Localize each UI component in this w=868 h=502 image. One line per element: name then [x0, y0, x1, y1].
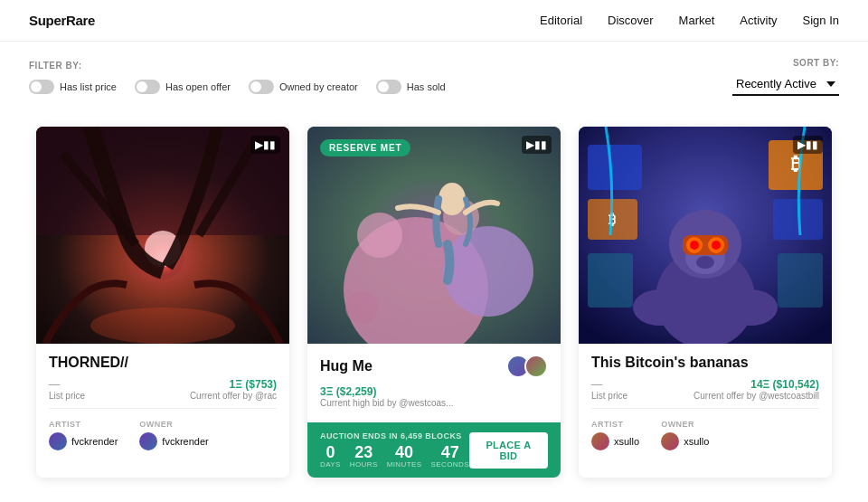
toggle-list-price-label: Has list price — [60, 81, 117, 92]
video-icon-bitcoin: ▶▮▮ — [793, 136, 823, 154]
card-thorned-dash: — — [49, 378, 85, 391]
card-thorned-info: THORNED// — List price 1Ξ ($753) Current… — [36, 344, 289, 465]
card-bitcoin-owner-label: OWNER — [661, 420, 709, 429]
card-bitcoin-owner-block: OWNER xsullo — [661, 420, 709, 450]
toggle-owned-creator-label: Owned by creator — [279, 81, 358, 92]
avatar-fvckrender-owner — [139, 432, 157, 450]
toggle-list-price[interactable] — [29, 80, 54, 94]
card-thorned-owner-block: OWNER fvckrender — [139, 420, 208, 450]
svg-point-4 — [90, 308, 235, 344]
reserve-badge-hugme: RESERVE MET — [320, 139, 410, 156]
toggle-owned-creator-item: Owned by creator — [249, 80, 358, 94]
sort-select[interactable]: Recently Active Most Liked Highest Price… — [732, 73, 839, 96]
card-bitcoin-owner-user[interactable]: xsullo — [661, 432, 709, 450]
svg-point-11 — [439, 183, 466, 215]
card-hugme-price-block: 3Ξ ($2,259) Current high bid by @westcoa… — [320, 385, 453, 408]
timer-hours-label: HOURS — [350, 460, 378, 469]
svg-point-10 — [345, 291, 378, 324]
video-icon-hugme: ▶▮▮ — [522, 136, 552, 154]
card-bitcoin-artist-label: ARTIST — [591, 420, 639, 429]
svg-point-7 — [443, 226, 533, 317]
card-bitcoin-info: This Bitcoin's bananas — List price 14Ξ … — [579, 344, 832, 465]
card-hugme-sub: Current high bid by @westcoas... — [320, 398, 453, 408]
card-bitcoin-offer-sub: Current offer by @westcoastbill — [693, 391, 819, 401]
toggle-open-offer[interactable] — [135, 80, 160, 94]
card-bitcoin-dash: — — [591, 378, 627, 391]
nav-activity[interactable]: Activity — [740, 14, 777, 27]
timer-minutes: 40 MINUTES — [387, 444, 422, 469]
card-thorned-divider — [49, 408, 277, 409]
svg-rect-13 — [588, 145, 642, 190]
svg-point-27 — [690, 241, 699, 250]
card-bitcoin-artist-user[interactable]: xsullo — [591, 432, 639, 450]
card-bitcoin-price-row: — List price 14Ξ ($10,542) Current offer… — [591, 378, 819, 401]
svg-point-8 — [357, 213, 402, 258]
toggle-has-sold[interactable] — [376, 80, 401, 94]
svg-rect-19 — [588, 253, 633, 308]
card-thorned-artist-owner: ARTIST fvckrender OWNER fvckrender — [49, 416, 277, 454]
card-thorned-offer-sub: Current offer by @rac — [190, 391, 277, 401]
auction-info: AUCTION ENDS IN 6,459 BLOCKS 0 DAYS 23 H… — [320, 431, 469, 469]
toggle-open-offer-item: Has open offer — [135, 80, 231, 94]
card-bitcoin-list-label: List price — [591, 391, 627, 401]
navbar: SuperRare Editorial Discover Market Acti… — [0, 0, 868, 42]
auction-bar-hugme: AUCTION ENDS IN 6,459 BLOCKS 0 DAYS 23 H… — [307, 422, 561, 478]
brand-logo[interactable]: SuperRare — [29, 13, 95, 28]
card-thorned-offer: 1Ξ ($753) Current offer by @rac — [190, 378, 277, 401]
card-hugme: RESERVE MET ▶▮▮ Hug Me 3Ξ ($2,259) Curre… — [307, 127, 561, 478]
hugme-artwork — [307, 127, 561, 344]
card-hugme-eth: 3Ξ ($2,259) — [320, 385, 453, 398]
card-bitcoin-offer-price: 14Ξ ($10,542) — [693, 378, 819, 391]
card-thorned-list-price: — List price — [49, 378, 85, 401]
timer-seconds-label: SECONDS — [431, 460, 469, 469]
svg-point-29 — [696, 256, 714, 269]
card-thorned-owner-label: OWNER — [139, 420, 208, 429]
nav-signin[interactable]: Sign In — [803, 14, 839, 27]
timer-minutes-label: MINUTES — [387, 460, 422, 469]
nav-discover[interactable]: Discover — [608, 14, 654, 27]
sort-right: SORT BY: Recently Active Most Liked High… — [732, 58, 839, 96]
card-bitcoin: ₿ ₿ — [579, 127, 832, 478]
filter-left: FILTER BY: Has list price Has open offer… — [29, 61, 446, 94]
sort-label: SORT BY: — [793, 58, 839, 68]
card-thorned-list-label: List price — [49, 391, 85, 401]
place-bid-button[interactable]: PLACE A BID — [469, 432, 548, 469]
card-thorned-artist-user[interactable]: fvckrender — [49, 432, 118, 450]
card-bitcoin-artist-block: ARTIST xsullo — [591, 420, 639, 450]
bitcoin-artwork: ₿ ₿ — [579, 127, 832, 344]
auction-timer: 0 DAYS 23 HOURS 40 MINUTES 47 SECONDS — [320, 444, 469, 469]
card-thorned-owner-name: fvckrender — [162, 436, 208, 447]
card-thorned-owner-user[interactable]: fvckrender — [139, 432, 208, 450]
card-thorned-offer-price: 1Ξ ($753) — [190, 378, 277, 391]
svg-point-31 — [723, 289, 778, 326]
avatar-xsullo-owner — [661, 432, 679, 450]
card-bitcoin-list-price: — List price — [591, 378, 627, 401]
nav-market[interactable]: Market — [679, 14, 715, 27]
filter-label: FILTER BY: — [29, 61, 446, 71]
toggle-owned-creator[interactable] — [249, 80, 274, 94]
card-hugme-title: Hug Me — [320, 358, 373, 374]
card-thorned-price-row: — List price 1Ξ ($753) Current offer by … — [49, 378, 277, 401]
card-bitcoin-artist-owner: ARTIST xsullo OWNER xsullo — [591, 416, 819, 454]
card-bitcoin-title: This Bitcoin's bananas — [591, 355, 819, 371]
avatar-fvckrender-artist — [49, 432, 67, 450]
card-thorned-artist-name: fvckrender — [71, 436, 118, 447]
card-bitcoin-artist-name: xsullo — [614, 436, 639, 447]
toggle-list-price-item: Has list price — [29, 80, 117, 94]
card-thorned: ▶▮▮ THORNED// — List price 1Ξ ($753) Cur… — [36, 127, 289, 478]
timer-hours: 23 HOURS — [350, 444, 378, 469]
timer-days-label: DAYS — [320, 460, 341, 469]
nav-links: Editorial Discover Market Activity Sign … — [540, 14, 839, 27]
nav-editorial[interactable]: Editorial — [540, 14, 582, 27]
svg-point-28 — [712, 241, 721, 250]
filter-bar: FILTER BY: Has list price Has open offer… — [0, 42, 868, 105]
avatar-hugme-2 — [524, 355, 548, 378]
avatar-xsullo-artist — [591, 432, 609, 450]
toggle-open-offer-label: Has open offer — [165, 81, 231, 92]
avatar-pair-hugme — [512, 355, 548, 378]
card-bitcoin-image: ₿ ₿ — [579, 127, 832, 344]
card-thorned-title: THORNED// — [49, 355, 277, 371]
thorned-artwork — [36, 127, 289, 344]
video-icon-thorned: ▶▮▮ — [250, 136, 280, 154]
card-hugme-info: Hug Me 3Ξ ($2,259) Current high bid by @… — [307, 344, 561, 422]
